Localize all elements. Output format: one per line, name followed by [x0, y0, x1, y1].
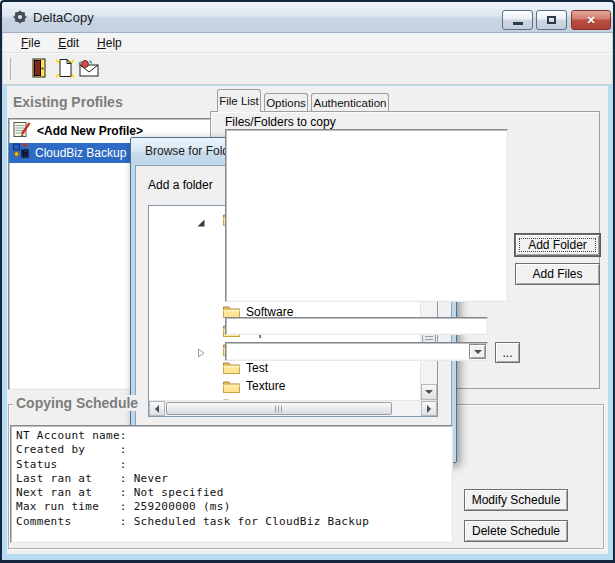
- main-content: Existing Profiles <Add New Profile>bClou…: [7, 86, 608, 554]
- tree-item-label: Test: [246, 361, 268, 375]
- tab-options[interactable]: Options: [264, 93, 308, 111]
- toolbar: [3, 53, 612, 85]
- tree-item-label: Texture: [246, 379, 285, 393]
- maximize-icon: [547, 16, 556, 24]
- send-email-icon: [78, 57, 100, 83]
- scroll-left-button[interactable]: [149, 401, 165, 416]
- menu-item-file[interactable]: File: [12, 34, 49, 52]
- tab-file-list[interactable]: File List: [217, 89, 261, 112]
- copying-schedule-header: Copying Schedule: [13, 395, 141, 411]
- new-profile-button[interactable]: [53, 58, 76, 81]
- scroll-down-button[interactable]: [421, 384, 437, 400]
- thumb-grip: [275, 405, 283, 412]
- menu-item-help[interactable]: Help: [88, 34, 131, 52]
- arrow-down-icon: [425, 390, 433, 394]
- menubar: FileEditHelp: [3, 33, 612, 53]
- profile-label: CloudBiz Backup: [35, 146, 126, 160]
- schedule-info-box: NT Account name: Created by : Status : L…: [10, 425, 453, 543]
- titlebar[interactable]: DeltaCopy ✕: [2, 2, 613, 33]
- browse-dots-button[interactable]: ...: [495, 342, 520, 363]
- arrow-right-icon: [427, 405, 431, 413]
- files-listbox[interactable]: [225, 129, 508, 302]
- profile-badge-icon: b: [13, 143, 29, 163]
- toolbar-gripper[interactable]: [8, 58, 11, 80]
- tree-item-test[interactable]: Test: [149, 359, 420, 378]
- chevron-down-icon: [474, 350, 482, 354]
- tree-horizontal-scrollbar[interactable]: [149, 400, 437, 416]
- add-folder-button[interactable]: Add Folder: [515, 234, 600, 256]
- menu-item-edit[interactable]: Edit: [49, 34, 88, 52]
- exit-door-button[interactable]: [28, 58, 51, 81]
- maximize-button[interactable]: [536, 10, 567, 30]
- tree-item-texture[interactable]: Texture: [149, 377, 420, 396]
- new-profile-icon: [54, 57, 76, 83]
- existing-profiles-header: Existing Profiles: [13, 94, 123, 110]
- profile-label: <Add New Profile>: [37, 124, 143, 138]
- files-folders-caption: Files/Folders to copy: [225, 115, 336, 129]
- minimize-button[interactable]: [502, 10, 533, 30]
- exit-door-icon: [29, 57, 51, 83]
- window-inner-frame: DeltaCopy ✕ FileEditHelp Existing Profil…: [2, 2, 613, 560]
- schedule-text: NT Account name: Created by : Status : L…: [11, 426, 452, 529]
- tab-authentication[interactable]: Authentication: [311, 93, 389, 111]
- app-gear-icon: [12, 9, 28, 25]
- svg-text:b: b: [23, 149, 28, 158]
- modify-schedule-button[interactable]: Modify Schedule: [464, 489, 568, 511]
- folder-icon: [223, 380, 240, 393]
- app-window: DeltaCopy ✕ FileEditHelp Existing Profil…: [0, 0, 615, 563]
- delete-schedule-button[interactable]: Delete Schedule: [464, 520, 568, 542]
- horizontal-scroll-thumb[interactable]: [166, 402, 392, 415]
- combobox-dropdown-button[interactable]: [469, 344, 486, 359]
- add-files-button[interactable]: Add Files: [515, 263, 600, 285]
- folder-icon: [223, 361, 240, 374]
- scroll-right-button[interactable]: [421, 401, 437, 416]
- minimize-icon: [513, 22, 523, 25]
- tree-item-content: Texture: [219, 377, 290, 395]
- target-combobox[interactable]: [225, 342, 488, 361]
- send-email-button[interactable]: [77, 58, 100, 81]
- window-title: DeltaCopy: [33, 10, 94, 25]
- expander-expanded-icon[interactable]: [196, 214, 206, 224]
- close-icon: ✕: [586, 14, 595, 27]
- tree-item-content: Test: [219, 359, 273, 377]
- arrow-left-icon: [155, 405, 159, 413]
- note-pen-icon: [13, 121, 31, 142]
- expander-collapsed-icon[interactable]: [196, 344, 206, 354]
- add-a-folder-label: Add a folder: [148, 178, 213, 192]
- path-input[interactable]: [225, 317, 488, 335]
- close-button[interactable]: ✕: [571, 10, 611, 30]
